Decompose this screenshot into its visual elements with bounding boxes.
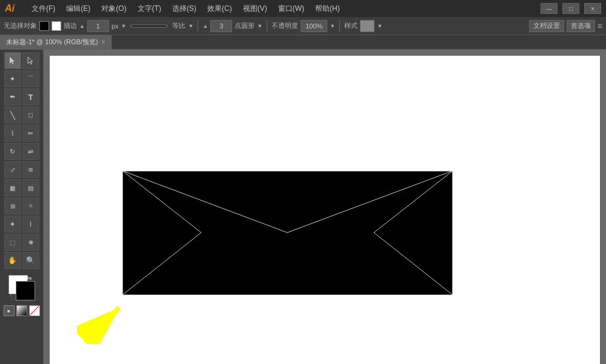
close-button[interactable]: × (584, 3, 601, 14)
stroke-unit-label: px (112, 22, 119, 30)
slice-tool[interactable]: ⌗ (22, 197, 39, 214)
artboard-tool[interactable]: ⊞ (4, 197, 21, 214)
style-preview (360, 20, 375, 32)
sep1 (198, 20, 198, 32)
stroke-swatch[interactable] (52, 21, 61, 31)
blend-tool[interactable]: ⬚ (4, 234, 21, 251)
maximize-button[interactable]: □ (562, 3, 579, 14)
none-button[interactable] (29, 305, 40, 316)
foreground-color-swatch[interactable] (16, 281, 35, 300)
svg-marker-0 (10, 57, 15, 64)
tab-bar: 未标题-1* @ 100% (RGB/预览) × (0, 35, 606, 50)
line-tool[interactable]: ╲ (4, 107, 21, 124)
color-swatches: ⇆ ⬛ (8, 275, 35, 302)
tool-row-2: ✦ ⌒ (4, 70, 39, 87)
main-area: ✦ ⌒ ✒ T ╲ □ ⌇ ✏ ↻ ⇌ ⤢ ≋ ▦ ▤ ⊞ ⌗ (0, 50, 606, 364)
menu-edit[interactable]: 编辑(E) (61, 2, 95, 15)
minimize-button[interactable]: — (541, 3, 558, 14)
points-up[interactable]: ▲ (202, 23, 208, 29)
stroke-width-input[interactable] (87, 20, 109, 32)
app-logo: Ai (5, 3, 15, 14)
column-graph-tool[interactable]: ▦ (4, 179, 21, 196)
tool-row-11: ⬚ ❋ (4, 234, 39, 251)
swap-colors-button[interactable]: ⇆ (27, 275, 35, 283)
opacity-label: 不透明度 (271, 21, 298, 30)
stroke-style-preview (131, 25, 167, 27)
control-toolbar: 无选择对象 描边 ▲ px ▼ 等比 ▼ ▲ 点圆形 ▼ 不透明度 ▼ 样式 ▼… (0, 17, 606, 35)
reflect-tool[interactable]: ⇌ (22, 143, 39, 160)
tool-row-7: ⤢ ≋ (4, 161, 39, 178)
titlebar: Ai 文件(F) 编辑(E) 对象(O) 文字(T) 选择(S) 效果(C) 视… (0, 0, 606, 17)
menu-window[interactable]: 窗口(W) (273, 2, 309, 15)
zoom-tool[interactable]: 🔍 (22, 252, 39, 269)
ratio-dropdown[interactable]: ▼ (188, 23, 193, 29)
tool-row-8: ▦ ▤ (4, 179, 39, 196)
toolbar-menu-icon[interactable]: ≡ (598, 21, 602, 31)
menu-type[interactable]: 文字(T) (133, 2, 166, 15)
tool-row-1 (4, 52, 39, 69)
reset-colors-button[interactable]: ⬛ (8, 293, 17, 302)
envelope-svg (122, 134, 453, 295)
canvas-area (44, 50, 606, 364)
sep3 (339, 20, 340, 32)
tool-row-3: ✒ T (4, 88, 39, 105)
tool-row-12: ✋ 🔍 (4, 252, 39, 269)
tool-row-5: ⌇ ✏ (4, 125, 39, 142)
artboard (50, 56, 600, 364)
rotate-tool[interactable]: ↻ (4, 143, 21, 160)
tool-row-6: ↻ ⇌ (4, 143, 39, 160)
svg-marker-1 (28, 57, 33, 64)
envelope-shape-container (122, 134, 453, 295)
select-tool[interactable] (4, 52, 21, 69)
symbol-tool[interactable]: ❋ (22, 234, 39, 251)
opacity-dropdown[interactable]: ▼ (330, 23, 335, 29)
tool-row-10: ✦ ⌇ (4, 216, 39, 233)
menu-object[interactable]: 对象(O) (96, 2, 131, 15)
fill-swatch[interactable] (39, 21, 49, 31)
brush-tool[interactable]: ⌇ (4, 125, 21, 142)
color-area: ⇆ ⬛ ■ (4, 275, 40, 316)
direct-select-tool[interactable] (22, 52, 39, 69)
no-selection-label: 无选择对象 (4, 21, 37, 30)
stroke-unit-dropdown[interactable]: ▼ (121, 23, 127, 29)
menu-view[interactable]: 视图(V) (238, 2, 272, 15)
lasso-tool[interactable]: ⌒ (22, 70, 39, 87)
document-tab[interactable]: 未标题-1* @ 100% (RGB/预览) × (0, 35, 112, 50)
paint-bucket-tool[interactable]: ⌇ (22, 216, 39, 233)
hand-tool[interactable]: ✋ (4, 252, 21, 269)
magic-wand-tool[interactable]: ✦ (4, 70, 21, 87)
opacity-input[interactable] (301, 20, 327, 32)
tool-row-4: ╲ □ (4, 107, 39, 124)
pen-tool[interactable]: ✒ (4, 88, 21, 105)
tab-close-button[interactable]: × (102, 39, 105, 45)
points-input[interactable] (210, 20, 232, 32)
rect-tool[interactable]: □ (22, 107, 39, 124)
sep2 (267, 20, 267, 32)
tab-label: 未标题-1* @ 100% (RGB/预览) (6, 38, 98, 47)
gradient-button[interactable] (16, 305, 27, 316)
scale-tool[interactable]: ⤢ (4, 161, 21, 178)
menu-select[interactable]: 选择(S) (167, 2, 201, 15)
type-tool[interactable]: T (22, 88, 39, 105)
eyedropper-tool[interactable]: ✦ (4, 216, 21, 233)
menu-file[interactable]: 文件(F) (27, 2, 60, 15)
shape-label: 点圆形 (235, 21, 255, 30)
shape-dropdown[interactable]: ▼ (257, 23, 262, 29)
ratio-label: 等比 (172, 21, 185, 30)
menu-help[interactable]: 帮助(H) (310, 2, 345, 15)
doc-settings-button[interactable]: 文档设置 (529, 20, 564, 32)
warp-tool[interactable]: ≋ (22, 161, 39, 178)
left-toolbar: ✦ ⌒ ✒ T ╲ □ ⌇ ✏ ↻ ⇌ ⤢ ≋ ▦ ▤ ⊞ ⌗ (0, 50, 44, 364)
window-controls: — □ × (541, 3, 601, 14)
color-mode-icons: ■ (4, 305, 40, 316)
bar-graph-tool[interactable]: ▤ (22, 179, 39, 196)
preferences-button[interactable]: 首选项 (567, 20, 595, 32)
stroke-label: 描边 (64, 21, 77, 30)
style-dropdown[interactable]: ▼ (377, 23, 382, 29)
style-label: 样式 (344, 21, 358, 30)
stroke-up-arrow[interactable]: ▲ (79, 23, 85, 29)
color-mode-button[interactable]: ■ (4, 305, 15, 316)
menu-effect[interactable]: 效果(C) (202, 2, 237, 15)
tool-row-9: ⊞ ⌗ (4, 197, 39, 214)
pencil-tool[interactable]: ✏ (22, 125, 39, 142)
